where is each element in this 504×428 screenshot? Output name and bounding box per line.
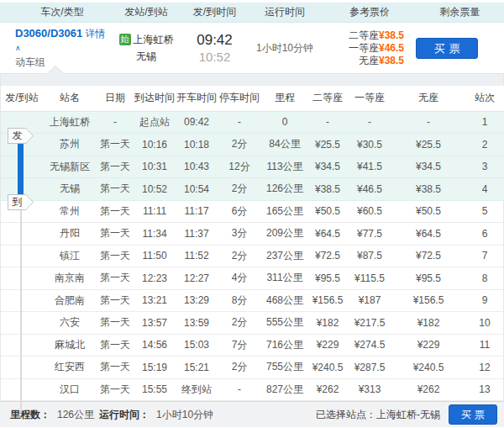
cell: 14:56 [134, 334, 176, 357]
cell: ¥229 [392, 334, 465, 357]
station-row-5[interactable]: 常州第一天11:1111:176分165公里¥50.5¥60.5¥50.55 [1, 200, 504, 223]
col-train-type: 车次/类型 [0, 5, 109, 19]
buy-ticket-button[interactable]: 买票 [416, 38, 478, 59]
cell: 第一天 [97, 357, 134, 379]
cell: 13:59 [176, 312, 218, 335]
cell: 南京南 [43, 267, 97, 290]
start-station-icon: 始 [119, 34, 131, 45]
cell: ¥46.5 [347, 178, 392, 201]
train-number-link[interactable]: D3060/D3061 [15, 27, 82, 40]
stops-column-header-2: 日期 [97, 86, 134, 111]
station-row-7[interactable]: 镇江第一天11:5011:522分237公里¥72.5¥87.5¥72.57 [1, 245, 504, 267]
cell: 9 [465, 289, 504, 312]
duration-block: 1小时10分钟 [246, 41, 323, 55]
stops-column-header-6: 里程 [261, 86, 308, 111]
price-list: 二等座¥38.5一等座¥46.5无座¥38.5 [323, 29, 416, 67]
station-row-8[interactable]: 南京南第一天12:2312:274分311公里¥95.5¥115.5¥95.58 [1, 267, 504, 290]
chevron-up-icon[interactable]: ∧ [15, 44, 21, 52]
cell: 7 [465, 245, 504, 267]
summary-footer: 里程数： 126公里 运行时间： 1小时10分钟 已选择站点：上海虹桥-无锡 买… [0, 401, 504, 427]
col-remaining: 剩余票量 [416, 5, 504, 19]
cell: 09:42 [176, 111, 218, 134]
distance-value: 126公里 [57, 408, 94, 422]
cell: 苏州 [43, 134, 97, 156]
cell: 555公里 [261, 312, 308, 335]
cell: ¥287.5 [347, 357, 392, 379]
arrive-time: 10:52 [183, 50, 246, 64]
stops-column-header-0: 发/到站 [1, 86, 43, 111]
cell: 合肥南 [43, 289, 97, 312]
cell: 1 [465, 111, 504, 134]
rail-cell [1, 312, 43, 335]
station-row-9[interactable]: 合肥南第一天13:2113:298分468公里¥156.5¥187¥156.59 [1, 289, 504, 312]
station-row-4[interactable]: 无锡第一天10:5210:542分126公里¥38.5¥46.5¥38.54 [1, 178, 504, 201]
station-row-13[interactable]: 汉口第一天15:55终到站-827公里¥262¥313¥26213 [1, 378, 504, 401]
cell: 10:16 [134, 134, 176, 156]
cell: 第一天 [97, 312, 134, 335]
cell: 10:52 [134, 178, 176, 201]
cell: ¥34.5 [392, 156, 465, 178]
cell: ¥38.5 [392, 178, 465, 201]
cell: 827公里 [261, 378, 308, 401]
cell: ¥240.5 [392, 357, 465, 379]
details-toggle[interactable]: 详情 [86, 28, 106, 40]
cell: 13:29 [176, 289, 218, 312]
stops-column-header-8: 一等座 [347, 86, 392, 111]
cell: 麻城北 [43, 334, 97, 357]
rail-cell [1, 111, 43, 134]
station-row-1[interactable]: 上海虹桥-起点站09:42-0---1 [1, 111, 504, 134]
cell: 716公里 [261, 334, 308, 357]
cell: ¥182 [308, 312, 347, 335]
cell: ¥182 [392, 312, 465, 335]
price-line: 无座¥38.5 [323, 55, 404, 67]
stops-column-header-3: 到达时间 [134, 86, 176, 111]
station-row-6[interactable]: 丹阳第一天11:3411:373分209公里¥64.5¥77.5¥64.56 [1, 223, 504, 246]
cell: 12:27 [176, 267, 218, 290]
cell: - [218, 378, 261, 401]
panel-notch [47, 66, 64, 74]
cell: 11:52 [176, 245, 218, 267]
cell: ¥72.5 [392, 245, 465, 267]
cell: 6分 [218, 200, 261, 223]
col-times: 发/到时间 [183, 5, 246, 19]
duration-value: 1小时10分钟 [246, 41, 323, 55]
depart-time: 09:42 [183, 32, 246, 49]
cell: ¥25.5 [308, 134, 347, 156]
cell: 丹阳 [43, 223, 97, 246]
rail-cell [1, 200, 43, 223]
stops-column-header-5: 停车时间 [218, 86, 261, 111]
cell: 8 [465, 267, 504, 290]
list-header-bar: 车次/类型 发站/到站 发/到时间 运行时间 参考票价 剩余票量 [0, 3, 504, 23]
footer-buy-button[interactable]: 买票 [449, 404, 497, 425]
cell: 2分 [218, 245, 261, 267]
stops-column-header-1: 站名 [43, 86, 97, 111]
run-duration-value: 1小时10分钟 [156, 408, 213, 422]
cell: 113公里 [261, 156, 308, 178]
cell: 第一天 [97, 245, 134, 267]
cell: - [308, 111, 347, 134]
station-row-10[interactable]: 六安第一天13:5713:592分555公里¥182¥217.5¥18210 [1, 312, 504, 335]
from-station: 上海虹桥 [134, 34, 174, 45]
price-line: 一等座¥46.5 [323, 42, 404, 55]
cell: ¥50.5 [308, 200, 347, 223]
cell: ¥72.5 [308, 245, 347, 267]
rail-cell [1, 134, 43, 156]
cell: ¥95.5 [392, 267, 465, 290]
cell: 11:17 [176, 200, 218, 223]
cell: 无锡新区 [43, 156, 97, 178]
cell: 165公里 [261, 200, 308, 223]
station-row-2[interactable]: 苏州第一天10:1610:182分84公里¥25.5¥30.5¥25.52 [1, 134, 504, 156]
price-line: 二等座¥38.5 [323, 29, 404, 42]
station-row-3[interactable]: 无锡新区第一天10:3110:4312分113公里¥34.5¥41.5¥34.5… [1, 156, 504, 178]
cell: 209公里 [261, 223, 308, 246]
cell: 第一天 [97, 267, 134, 290]
station-row-11[interactable]: 麻城北第一天14:5615:037分716公里¥229¥274.5¥22911 [1, 334, 504, 357]
cell: 12:23 [134, 267, 176, 290]
cell: 5 [465, 200, 504, 223]
cell: 常州 [43, 200, 97, 223]
rail-cell [1, 267, 43, 290]
cell: 10:43 [176, 156, 218, 178]
station-row-12[interactable]: 红安西第一天15:1915:212分755公里¥240.5¥287.5¥240.… [1, 357, 504, 379]
cell: 无锡 [43, 178, 97, 201]
cell: ¥87.5 [347, 245, 392, 267]
